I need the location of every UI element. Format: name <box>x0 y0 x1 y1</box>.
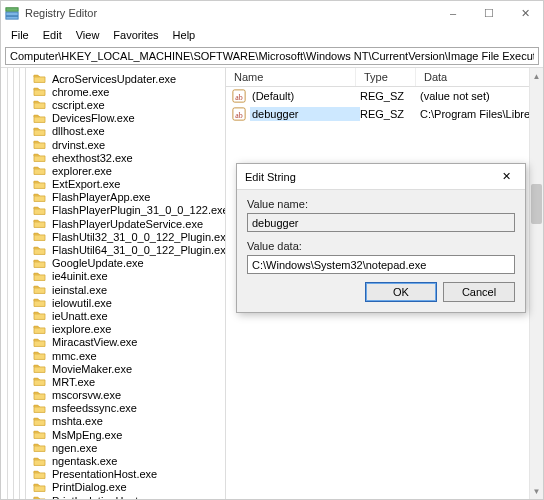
menu-file[interactable]: File <box>5 27 35 43</box>
minimize-button[interactable]: – <box>435 1 471 25</box>
maximize-button[interactable]: ☐ <box>471 1 507 25</box>
value-data-label: Value data: <box>247 240 515 252</box>
edit-string-dialog: Edit String ✕ Value name: Value data: OK… <box>236 163 526 313</box>
menu-edit[interactable]: Edit <box>37 27 68 43</box>
close-button[interactable]: ✕ <box>507 1 543 25</box>
main-body: AcroServicesUpdater.exechrome.execscript… <box>1 67 543 499</box>
dialog-titlebar[interactable]: Edit String ✕ <box>237 164 525 190</box>
dialog-title: Edit String <box>245 171 491 183</box>
cancel-button[interactable]: Cancel <box>443 282 515 302</box>
svg-rect-0 <box>6 8 18 12</box>
svg-rect-1 <box>6 12 18 16</box>
menubar: File Edit View Favorites Help <box>1 25 543 45</box>
window-title: Registry Editor <box>25 7 435 19</box>
titlebar: Registry Editor – ☐ ✕ <box>1 1 543 25</box>
value-data-field[interactable] <box>247 255 515 274</box>
value-name-label: Value name: <box>247 198 515 210</box>
menu-view[interactable]: View <box>70 27 106 43</box>
regedit-icon <box>5 6 19 20</box>
value-name-field[interactable] <box>247 213 515 232</box>
dialog-overlay: Edit String ✕ Value name: Value data: OK… <box>1 68 543 499</box>
ok-button[interactable]: OK <box>365 282 437 302</box>
address-bar <box>1 45 543 67</box>
menu-help[interactable]: Help <box>167 27 202 43</box>
registry-editor-window: Registry Editor – ☐ ✕ File Edit View Fav… <box>0 0 544 500</box>
menu-favorites[interactable]: Favorites <box>107 27 164 43</box>
svg-rect-2 <box>6 17 18 20</box>
dialog-close-button[interactable]: ✕ <box>491 168 521 185</box>
address-input[interactable] <box>5 47 539 65</box>
